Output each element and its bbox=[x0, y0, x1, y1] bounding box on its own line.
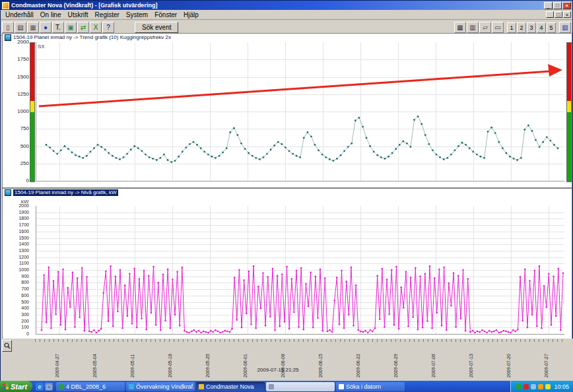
task-button-3[interactable] bbox=[266, 382, 335, 391]
magnifier-icon bbox=[4, 343, 11, 349]
y-axis-label: 900 bbox=[4, 274, 29, 278]
y-axis-label: 300 bbox=[4, 312, 29, 317]
y-axis-label: 1500 bbox=[4, 236, 29, 240]
task-label: Condmaster Nova bbox=[206, 383, 254, 390]
refresh-icon[interactable]: ⇄ bbox=[77, 22, 89, 33]
x-axis-date-label: 2009-07-06 bbox=[431, 343, 436, 377]
zoom-button[interactable] bbox=[2, 340, 12, 352]
title-bar: Condmaster Nova (Vindkraft) - [Grafisk u… bbox=[1, 1, 572, 10]
record-icon[interactable]: ● bbox=[40, 22, 51, 33]
y-axis-label: 1700 bbox=[4, 222, 29, 227]
alert-icon[interactable] bbox=[523, 384, 529, 389]
task-label: Övervakning Vindkraf... bbox=[136, 383, 195, 390]
y-axis-label: 1100 bbox=[4, 261, 29, 265]
task-icon bbox=[199, 384, 204, 389]
level-chart-header[interactable]: 1504-19 Planet inmad ny -> Nivå grafik, … bbox=[5, 189, 118, 196]
tray-icons bbox=[516, 384, 551, 389]
menu-system[interactable]: System bbox=[123, 11, 151, 18]
volume-icon[interactable] bbox=[531, 384, 536, 389]
mdi-close-button[interactable]: × bbox=[563, 11, 571, 18]
condition-scale-right bbox=[566, 42, 572, 182]
spm-monitor-icon[interactable] bbox=[545, 384, 551, 389]
show-desktop-icon[interactable]: ▢ bbox=[45, 383, 53, 391]
y-axis-label: 800 bbox=[4, 280, 29, 284]
menu-underhall[interactable]: Underhåll bbox=[2, 11, 37, 18]
y-axis-label: 500 bbox=[4, 144, 29, 149]
start-button[interactable]: Start bbox=[0, 381, 32, 392]
x-axis-date-label: 2009-06-22 bbox=[356, 343, 361, 377]
page-button-4[interactable]: 4 bbox=[537, 22, 546, 33]
menu-hjalp[interactable]: Hjälp bbox=[180, 11, 202, 18]
task-icon bbox=[339, 384, 344, 389]
measuring-point-icon bbox=[5, 189, 11, 196]
app-icon bbox=[2, 2, 9, 9]
antivirus-icon[interactable] bbox=[516, 384, 522, 389]
page-button-3[interactable]: 3 bbox=[527, 22, 536, 33]
page-button-5[interactable]: 5 bbox=[547, 22, 556, 33]
task-button-s-ka-i-datorn[interactable]: Söka i datorn bbox=[336, 382, 405, 391]
y-axis-label: 1400 bbox=[4, 242, 29, 246]
window-buttons: _ □ × bbox=[544, 2, 571, 9]
menu-fonster[interactable]: Fönster bbox=[151, 11, 180, 18]
taskbar-clock: 10:05 bbox=[553, 383, 569, 390]
y-axis-label: 1300 bbox=[4, 248, 29, 253]
mdi-minimize-button[interactable]: _ bbox=[546, 11, 554, 18]
x-axis-date-label: 2009-07-27 bbox=[544, 343, 549, 377]
minimize-button[interactable]: _ bbox=[544, 2, 553, 9]
open-report-icon[interactable]: ▤ bbox=[15, 22, 26, 33]
trend-chart-header[interactable]: 1504-19 Planet inmad ny -> Trend grafik … bbox=[5, 34, 171, 41]
page-button-2[interactable]: 2 bbox=[517, 22, 526, 33]
y-axis-label: 1000 bbox=[4, 267, 29, 272]
x-axis-date-label: 2009-05-25 bbox=[205, 343, 211, 377]
restore-button[interactable]: □ bbox=[553, 2, 562, 9]
close-button[interactable]: × bbox=[562, 2, 571, 9]
task-icon bbox=[59, 384, 64, 389]
level-chart-canvas[interactable] bbox=[36, 206, 564, 335]
image-icon[interactable]: ▣ bbox=[65, 22, 77, 33]
search-event-button[interactable]: Sök event bbox=[135, 22, 178, 33]
excel-export-icon[interactable]: X bbox=[90, 22, 102, 33]
x-axis-date-label: 2009-07-13 bbox=[469, 343, 474, 377]
y-axis-label: 700 bbox=[4, 286, 29, 291]
y-axis-label: 200 bbox=[4, 319, 29, 323]
trend-chart-canvas[interactable] bbox=[36, 42, 564, 181]
toolbar-left-group: ▯▤▦●T.▣⇄X? bbox=[2, 22, 114, 33]
y-axis-label: 600 bbox=[4, 293, 29, 298]
task-button-condmaster-nova[interactable]: Condmaster Nova bbox=[196, 382, 265, 391]
menu-online[interactable]: On line bbox=[37, 11, 65, 18]
x-axis-area: 2009-04-272009-05-042009-05-112009-05-18… bbox=[1, 339, 573, 381]
report-icon[interactable]: ▧ bbox=[559, 22, 571, 33]
menu-bar: Underhåll On line Utskrift Register Syst… bbox=[1, 10, 572, 20]
start-label: Start bbox=[11, 383, 27, 391]
y-axis-label: 1900 bbox=[4, 210, 29, 214]
level-unit-label: kW bbox=[21, 199, 29, 205]
task-button--vervakning-vindkraf-[interactable]: Övervakning Vindkraf... bbox=[126, 382, 195, 391]
x-axis-date-label: 2009-05-11 bbox=[130, 343, 135, 377]
y-axis-label: 500 bbox=[4, 300, 29, 304]
graph-view-icon[interactable]: ▥ bbox=[467, 22, 479, 33]
y-axis-label: 1800 bbox=[4, 216, 29, 220]
new-document-icon[interactable]: ▯ bbox=[2, 22, 14, 33]
x-axis-date-label: 2009-07-20 bbox=[506, 343, 512, 377]
y-axis-label: 1600 bbox=[4, 229, 29, 234]
page-button-1[interactable]: 1 bbox=[507, 22, 516, 33]
system-tray: 10:05 bbox=[510, 381, 573, 392]
help-icon[interactable]: ? bbox=[102, 22, 114, 33]
menu-register[interactable]: Register bbox=[92, 11, 123, 18]
window-title: Condmaster Nova (Vindkraft) - [Grafisk u… bbox=[11, 2, 542, 9]
grid-view-icon[interactable]: ▦ bbox=[454, 22, 466, 33]
y-axis-label: 1250 bbox=[4, 92, 29, 97]
task-buttons: 4 DBL_2008_6Övervakning Vindkraf...Condm… bbox=[56, 382, 405, 391]
task-button-4-dbl-2008-6[interactable]: 4 DBL_2008_6 bbox=[56, 382, 125, 391]
network-icon[interactable] bbox=[538, 384, 543, 389]
text-icon[interactable]: T. bbox=[52, 22, 64, 33]
toolbar-right-group: ▦▥▱▭ 12345 ▧ bbox=[454, 22, 571, 33]
menu-utskrift[interactable]: Utskrift bbox=[65, 11, 92, 18]
y-axis-label: 1200 bbox=[4, 255, 29, 259]
save-icon[interactable]: ▦ bbox=[27, 22, 39, 33]
page-view2-icon[interactable]: ▭ bbox=[492, 22, 504, 33]
page-view-icon[interactable]: ▱ bbox=[479, 22, 491, 33]
internet-explorer-icon[interactable]: e bbox=[36, 383, 44, 391]
y-axis-label: 400 bbox=[4, 306, 29, 310]
mdi-restore-button[interactable]: □ bbox=[555, 11, 562, 18]
